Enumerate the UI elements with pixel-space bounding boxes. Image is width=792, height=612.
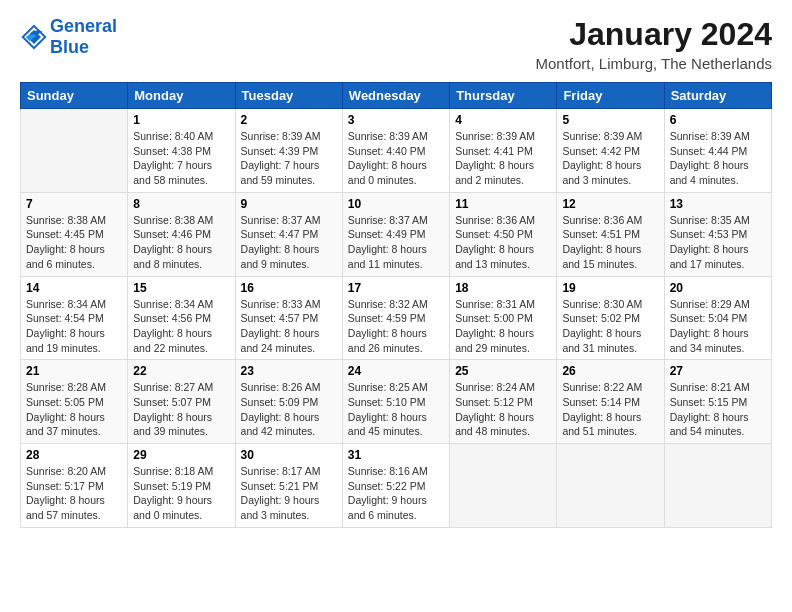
- calendar-header-sunday: Sunday: [21, 83, 128, 109]
- logo: General Blue: [20, 16, 117, 58]
- calendar-week-1: 1Sunrise: 8:40 AM Sunset: 4:38 PM Daylig…: [21, 109, 772, 193]
- logo-text: General Blue: [50, 16, 117, 58]
- calendar-header-thursday: Thursday: [450, 83, 557, 109]
- day-info: Sunrise: 8:21 AM Sunset: 5:15 PM Dayligh…: [670, 380, 766, 439]
- logo-icon: [20, 23, 48, 51]
- day-info: Sunrise: 8:37 AM Sunset: 4:47 PM Dayligh…: [241, 213, 337, 272]
- day-number: 8: [133, 197, 229, 211]
- day-number: 29: [133, 448, 229, 462]
- day-number: 7: [26, 197, 122, 211]
- calendar-header-saturday: Saturday: [664, 83, 771, 109]
- day-number: 25: [455, 364, 551, 378]
- day-info: Sunrise: 8:39 AM Sunset: 4:42 PM Dayligh…: [562, 129, 658, 188]
- day-info: Sunrise: 8:26 AM Sunset: 5:09 PM Dayligh…: [241, 380, 337, 439]
- day-info: Sunrise: 8:38 AM Sunset: 4:46 PM Dayligh…: [133, 213, 229, 272]
- day-number: 23: [241, 364, 337, 378]
- day-info: Sunrise: 8:34 AM Sunset: 4:56 PM Dayligh…: [133, 297, 229, 356]
- calendar-cell: 11Sunrise: 8:36 AM Sunset: 4:50 PM Dayli…: [450, 192, 557, 276]
- calendar-cell: 24Sunrise: 8:25 AM Sunset: 5:10 PM Dayli…: [342, 360, 449, 444]
- day-number: 3: [348, 113, 444, 127]
- day-number: 1: [133, 113, 229, 127]
- calendar-week-5: 28Sunrise: 8:20 AM Sunset: 5:17 PM Dayli…: [21, 444, 772, 528]
- month-title: January 2024: [535, 16, 772, 53]
- calendar-cell: 31Sunrise: 8:16 AM Sunset: 5:22 PM Dayli…: [342, 444, 449, 528]
- calendar-cell: 21Sunrise: 8:28 AM Sunset: 5:05 PM Dayli…: [21, 360, 128, 444]
- day-number: 20: [670, 281, 766, 295]
- day-info: Sunrise: 8:40 AM Sunset: 4:38 PM Dayligh…: [133, 129, 229, 188]
- day-number: 12: [562, 197, 658, 211]
- calendar-header-wednesday: Wednesday: [342, 83, 449, 109]
- logo-line2: Blue: [50, 37, 117, 58]
- day-info: Sunrise: 8:38 AM Sunset: 4:45 PM Dayligh…: [26, 213, 122, 272]
- title-block: January 2024 Montfort, Limburg, The Neth…: [535, 16, 772, 72]
- day-info: Sunrise: 8:30 AM Sunset: 5:02 PM Dayligh…: [562, 297, 658, 356]
- calendar-cell: 18Sunrise: 8:31 AM Sunset: 5:00 PM Dayli…: [450, 276, 557, 360]
- calendar-cell: 5Sunrise: 8:39 AM Sunset: 4:42 PM Daylig…: [557, 109, 664, 193]
- day-info: Sunrise: 8:33 AM Sunset: 4:57 PM Dayligh…: [241, 297, 337, 356]
- calendar-cell: 12Sunrise: 8:36 AM Sunset: 4:51 PM Dayli…: [557, 192, 664, 276]
- calendar-cell: [21, 109, 128, 193]
- calendar-cell: 19Sunrise: 8:30 AM Sunset: 5:02 PM Dayli…: [557, 276, 664, 360]
- day-number: 11: [455, 197, 551, 211]
- day-number: 15: [133, 281, 229, 295]
- day-number: 6: [670, 113, 766, 127]
- day-info: Sunrise: 8:34 AM Sunset: 4:54 PM Dayligh…: [26, 297, 122, 356]
- calendar-cell: 3Sunrise: 8:39 AM Sunset: 4:40 PM Daylig…: [342, 109, 449, 193]
- day-info: Sunrise: 8:31 AM Sunset: 5:00 PM Dayligh…: [455, 297, 551, 356]
- day-number: 9: [241, 197, 337, 211]
- calendar-cell: 13Sunrise: 8:35 AM Sunset: 4:53 PM Dayli…: [664, 192, 771, 276]
- day-number: 19: [562, 281, 658, 295]
- day-number: 21: [26, 364, 122, 378]
- day-number: 4: [455, 113, 551, 127]
- calendar-cell: 25Sunrise: 8:24 AM Sunset: 5:12 PM Dayli…: [450, 360, 557, 444]
- calendar-cell: [450, 444, 557, 528]
- day-number: 2: [241, 113, 337, 127]
- day-info: Sunrise: 8:39 AM Sunset: 4:40 PM Dayligh…: [348, 129, 444, 188]
- calendar-cell: 7Sunrise: 8:38 AM Sunset: 4:45 PM Daylig…: [21, 192, 128, 276]
- calendar-cell: 30Sunrise: 8:17 AM Sunset: 5:21 PM Dayli…: [235, 444, 342, 528]
- day-number: 17: [348, 281, 444, 295]
- calendar-header-tuesday: Tuesday: [235, 83, 342, 109]
- day-info: Sunrise: 8:18 AM Sunset: 5:19 PM Dayligh…: [133, 464, 229, 523]
- calendar-cell: 1Sunrise: 8:40 AM Sunset: 4:38 PM Daylig…: [128, 109, 235, 193]
- logo-line1: General: [50, 16, 117, 36]
- day-info: Sunrise: 8:22 AM Sunset: 5:14 PM Dayligh…: [562, 380, 658, 439]
- day-info: Sunrise: 8:39 AM Sunset: 4:44 PM Dayligh…: [670, 129, 766, 188]
- calendar-cell: 23Sunrise: 8:26 AM Sunset: 5:09 PM Dayli…: [235, 360, 342, 444]
- calendar-cell: [664, 444, 771, 528]
- calendar-cell: [557, 444, 664, 528]
- day-number: 22: [133, 364, 229, 378]
- day-number: 10: [348, 197, 444, 211]
- day-number: 5: [562, 113, 658, 127]
- calendar-week-3: 14Sunrise: 8:34 AM Sunset: 4:54 PM Dayli…: [21, 276, 772, 360]
- day-number: 24: [348, 364, 444, 378]
- calendar-header-monday: Monday: [128, 83, 235, 109]
- day-info: Sunrise: 8:24 AM Sunset: 5:12 PM Dayligh…: [455, 380, 551, 439]
- calendar-cell: 4Sunrise: 8:39 AM Sunset: 4:41 PM Daylig…: [450, 109, 557, 193]
- day-info: Sunrise: 8:39 AM Sunset: 4:41 PM Dayligh…: [455, 129, 551, 188]
- calendar-cell: 29Sunrise: 8:18 AM Sunset: 5:19 PM Dayli…: [128, 444, 235, 528]
- day-info: Sunrise: 8:17 AM Sunset: 5:21 PM Dayligh…: [241, 464, 337, 523]
- page: General Blue January 2024 Montfort, Limb…: [0, 0, 792, 612]
- calendar-header-friday: Friday: [557, 83, 664, 109]
- day-info: Sunrise: 8:35 AM Sunset: 4:53 PM Dayligh…: [670, 213, 766, 272]
- calendar-cell: 2Sunrise: 8:39 AM Sunset: 4:39 PM Daylig…: [235, 109, 342, 193]
- day-info: Sunrise: 8:36 AM Sunset: 4:50 PM Dayligh…: [455, 213, 551, 272]
- day-info: Sunrise: 8:36 AM Sunset: 4:51 PM Dayligh…: [562, 213, 658, 272]
- day-info: Sunrise: 8:29 AM Sunset: 5:04 PM Dayligh…: [670, 297, 766, 356]
- calendar-cell: 28Sunrise: 8:20 AM Sunset: 5:17 PM Dayli…: [21, 444, 128, 528]
- calendar-header-row: SundayMondayTuesdayWednesdayThursdayFrid…: [21, 83, 772, 109]
- day-number: 18: [455, 281, 551, 295]
- calendar-cell: 27Sunrise: 8:21 AM Sunset: 5:15 PM Dayli…: [664, 360, 771, 444]
- calendar-cell: 22Sunrise: 8:27 AM Sunset: 5:07 PM Dayli…: [128, 360, 235, 444]
- day-number: 26: [562, 364, 658, 378]
- day-info: Sunrise: 8:25 AM Sunset: 5:10 PM Dayligh…: [348, 380, 444, 439]
- day-number: 13: [670, 197, 766, 211]
- location: Montfort, Limburg, The Netherlands: [535, 55, 772, 72]
- calendar-cell: 15Sunrise: 8:34 AM Sunset: 4:56 PM Dayli…: [128, 276, 235, 360]
- day-number: 31: [348, 448, 444, 462]
- day-info: Sunrise: 8:39 AM Sunset: 4:39 PM Dayligh…: [241, 129, 337, 188]
- day-number: 28: [26, 448, 122, 462]
- day-info: Sunrise: 8:20 AM Sunset: 5:17 PM Dayligh…: [26, 464, 122, 523]
- calendar-cell: 14Sunrise: 8:34 AM Sunset: 4:54 PM Dayli…: [21, 276, 128, 360]
